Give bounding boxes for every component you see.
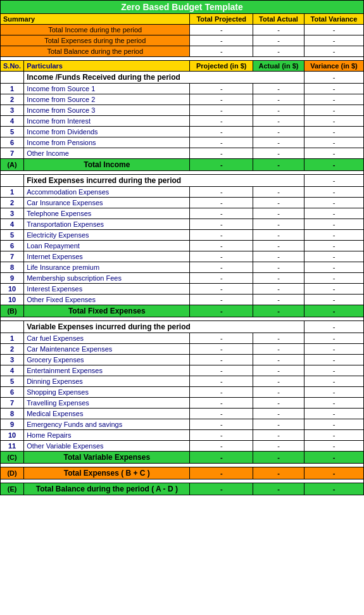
variable-item-9: 9 Emergency Funds and savings - - - <box>1 419 364 430</box>
income-no-1: 1 <box>1 84 24 94</box>
fixed-item-2: 2 Car Insurance Expenses - - - <box>1 198 364 208</box>
income-section-label: Income /Funds Received during the period <box>24 72 304 84</box>
income-v-1: - <box>304 84 363 94</box>
summary-header-row: Summary Total Projected Total Actual Tot… <box>1 14 364 25</box>
fixed-item-8: 8 Life Insurance premium - - - <box>1 262 364 273</box>
income-section-dash: - <box>304 72 363 84</box>
fixed-section-label: Fixed Expenses incurred during the perio… <box>24 175 304 187</box>
column-header-row: S.No. Particulars Projected (in $) Actua… <box>1 61 364 72</box>
variable-item-7: 7 Travelling Expenses - - - <box>1 398 364 409</box>
variable-item-4: 4 Entertainment Expenses - - - <box>1 365 364 376</box>
col-particulars: Particulars <box>24 61 190 72</box>
total-income-row: (A) Total Income - - - <box>1 159 364 171</box>
fixed-section-header: Fixed Expenses incurred during the perio… <box>1 175 364 187</box>
variable-item-2: 2 Car Maintenance Expenses - - - <box>1 344 364 355</box>
income-p-1: - <box>190 84 253 94</box>
fixed-item-3: 3 Telephone Expenses - - - <box>1 208 364 219</box>
total-expenses-row: (D) Total Expenses ( B + C ) - - - <box>1 467 364 479</box>
fixed-item-11: 10 Other Fixed Expenses - - - <box>1 295 364 305</box>
income-item-2: 2 Income from Source 2 - - - <box>1 94 364 105</box>
page-title: Zero Based Budget Template <box>1 1 364 14</box>
variable-item-1: 1 Car fuel Expenses - - - <box>1 333 364 344</box>
summary-row3-v3: - <box>304 46 363 57</box>
variable-item-5: 5 Dinning Expenses - - - <box>1 376 364 387</box>
income-item-6: 6 Income from Pensions - - - <box>1 137 364 148</box>
summary-row3-v1: - <box>190 46 253 57</box>
income-item-1: 1 Income from Source 1 - - - <box>1 84 364 94</box>
total-balance-row: (E) Total Balance during the period ( A … <box>1 483 364 495</box>
fixed-item-1: 1 Accommodation Expenses - - - <box>1 187 364 198</box>
summary-row-1: Total Income during the period - - - <box>1 25 364 35</box>
fixed-item-9: 9 Membership subscription Fees - - - <box>1 273 364 284</box>
summary-row-2: Total Expenses during the period - - - <box>1 35 364 46</box>
income-label-1: Income from Source 1 <box>24 84 190 94</box>
fixed-item-4: 4 Transportation Expenses - - - <box>1 219 364 230</box>
variable-item-11: 11 Other Variable Expenses - - - <box>1 441 364 452</box>
variable-item-10: 10 Home Repairs - - - <box>1 430 364 441</box>
col-actual: Actual (in $) <box>253 61 304 72</box>
variable-item-3: 3 Grocery Expenses - - - <box>1 355 364 365</box>
summary-row2-label: Total Expenses during the period <box>1 35 190 46</box>
income-section-no <box>1 72 24 84</box>
summary-row-3: Total Balance during the period - - - <box>1 46 364 57</box>
summary-row1-v1: - <box>190 25 253 35</box>
income-total-id: (A) <box>1 159 24 171</box>
budget-table: Zero Based Budget Template Summary Total… <box>0 0 364 495</box>
fixed-item-7: 7 Internet Expenses - - - <box>1 251 364 262</box>
summary-col3: Total Variance <box>304 14 363 25</box>
variable-section-header: Variable Expenses incurred during the pe… <box>1 321 364 333</box>
col-projected: Projected (in $) <box>190 61 253 72</box>
income-item-4: 4 Income from Interest - - - <box>1 116 364 127</box>
income-a-1: - <box>253 84 304 94</box>
income-no-2: 2 <box>1 94 24 105</box>
col-variance: Variance (in $) <box>304 61 363 72</box>
income-item-7: 7 Other Income - - - <box>1 148 364 159</box>
income-total-label: Total Income <box>24 159 190 171</box>
total-fixed-row: (B) Total Fixed Expenses - - - <box>1 305 364 317</box>
income-item-3: 3 Income from Source 3 - - - <box>1 105 364 116</box>
summary-row1-v2: - <box>253 25 304 35</box>
fixed-item-10: 10 Interest Expenses - - - <box>1 284 364 295</box>
total-variable-row: (C) Total Variable Expenses - - - <box>1 452 364 464</box>
income-item-5: 5 Income from Dividends - - - <box>1 127 364 137</box>
income-label-2: Income from Source 2 <box>24 94 190 105</box>
summary-row2-v2: - <box>253 35 304 46</box>
col-sno: S.No. <box>1 61 24 72</box>
title-row: Zero Based Budget Template <box>1 1 364 14</box>
summary-row1-v3: - <box>304 25 363 35</box>
summary-col1: Total Projected <box>190 14 253 25</box>
fixed-item-6: 6 Loan Repayment - - - <box>1 241 364 251</box>
summary-row1-label: Total Income during the period <box>1 25 190 35</box>
fixed-item-5: 5 Electricity Expenses - - - <box>1 230 364 241</box>
summary-row2-v3: - <box>304 35 363 46</box>
summary-col2: Total Actual <box>253 14 304 25</box>
summary-header: Summary <box>1 14 190 25</box>
summary-row2-v1: - <box>190 35 253 46</box>
summary-row3-label: Total Balance during the period <box>1 46 190 57</box>
variable-item-6: 6 Shopping Expenses - - - <box>1 387 364 398</box>
summary-row3-v2: - <box>253 46 304 57</box>
variable-section-label: Variable Expenses incurred during the pe… <box>24 321 304 333</box>
income-section-header: Income /Funds Received during the period… <box>1 72 364 84</box>
variable-item-8: 8 Medical Expenses - - - <box>1 409 364 419</box>
